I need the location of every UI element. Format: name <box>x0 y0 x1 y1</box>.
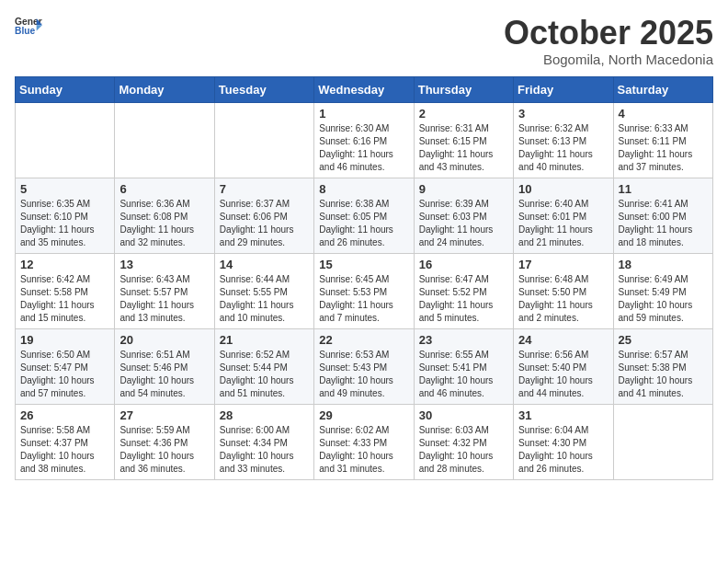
day-number: 19 <box>20 333 109 347</box>
day-number: 17 <box>518 258 608 271</box>
day-number: 7 <box>220 182 309 196</box>
day-number: 26 <box>20 408 109 422</box>
day-number: 25 <box>619 333 708 347</box>
day-info: Sunrise: 6:41 AM Sunset: 6:00 PM Dayligh… <box>619 198 708 249</box>
day-number: 2 <box>419 107 508 121</box>
calendar-cell: 3Sunrise: 6:32 AM Sunset: 6:13 PM Daylig… <box>514 102 613 178</box>
weekday-header-monday: Monday <box>115 76 214 102</box>
day-info: Sunrise: 6:49 AM Sunset: 5:49 PM Dayligh… <box>619 273 708 325</box>
calendar-cell: 13Sunrise: 6:43 AM Sunset: 5:57 PM Dayli… <box>115 253 214 328</box>
day-info: Sunrise: 6:55 AM Sunset: 5:41 PM Dayligh… <box>419 349 508 400</box>
day-info: Sunrise: 6:00 AM Sunset: 4:34 PM Dayligh… <box>220 424 309 476</box>
day-number: 12 <box>20 258 109 271</box>
day-info: Sunrise: 6:56 AM Sunset: 5:40 PM Dayligh… <box>518 349 608 400</box>
svg-text:Blue: Blue <box>15 26 36 36</box>
day-number: 5 <box>20 182 109 196</box>
day-number: 14 <box>220 258 309 271</box>
day-number: 16 <box>419 258 508 271</box>
day-info: Sunrise: 6:50 AM Sunset: 5:47 PM Dayligh… <box>20 349 109 400</box>
day-info: Sunrise: 6:04 AM Sunset: 4:30 PM Dayligh… <box>518 424 608 476</box>
calendar-week-4: 19Sunrise: 6:50 AM Sunset: 5:47 PM Dayli… <box>16 328 713 404</box>
title-area: October 2025 Bogomila, North Macedonia <box>504 15 713 67</box>
calendar-table: SundayMondayTuesdayWednesdayThursdayFrid… <box>15 76 713 480</box>
day-number: 15 <box>319 258 408 271</box>
calendar-cell: 23Sunrise: 6:55 AM Sunset: 5:41 PM Dayli… <box>414 328 513 404</box>
calendar-cell: 18Sunrise: 6:49 AM Sunset: 5:49 PM Dayli… <box>613 253 712 328</box>
day-number: 28 <box>220 408 309 422</box>
calendar-cell <box>16 102 115 178</box>
day-info: Sunrise: 6:37 AM Sunset: 6:06 PM Dayligh… <box>220 198 309 249</box>
calendar-cell: 17Sunrise: 6:48 AM Sunset: 5:50 PM Dayli… <box>514 253 613 328</box>
calendar-cell: 8Sunrise: 6:38 AM Sunset: 6:05 PM Daylig… <box>314 178 414 253</box>
calendar-cell: 21Sunrise: 6:52 AM Sunset: 5:44 PM Dayli… <box>214 328 313 404</box>
day-number: 22 <box>319 333 408 347</box>
calendar-cell: 27Sunrise: 5:59 AM Sunset: 4:36 PM Dayli… <box>115 404 214 479</box>
month-title: October 2025 <box>504 15 713 52</box>
day-number: 11 <box>619 182 708 196</box>
day-number: 3 <box>518 107 608 121</box>
weekday-header-thursday: Thursday <box>414 76 513 102</box>
calendar-week-1: 1Sunrise: 6:30 AM Sunset: 6:16 PM Daylig… <box>16 102 713 178</box>
calendar-cell: 9Sunrise: 6:39 AM Sunset: 6:03 PM Daylig… <box>414 178 513 253</box>
day-info: Sunrise: 6:38 AM Sunset: 6:05 PM Dayligh… <box>319 198 408 249</box>
day-info: Sunrise: 5:59 AM Sunset: 4:36 PM Dayligh… <box>119 424 209 476</box>
day-info: Sunrise: 6:03 AM Sunset: 4:32 PM Dayligh… <box>419 424 508 476</box>
logo: General Blue <box>15 15 42 37</box>
weekday-header-row: SundayMondayTuesdayWednesdayThursdayFrid… <box>16 76 713 102</box>
calendar-cell: 14Sunrise: 6:44 AM Sunset: 5:55 PM Dayli… <box>214 253 313 328</box>
day-info: Sunrise: 6:53 AM Sunset: 5:43 PM Dayligh… <box>319 349 408 400</box>
calendar-cell: 26Sunrise: 5:58 AM Sunset: 4:37 PM Dayli… <box>16 404 115 479</box>
day-number: 23 <box>419 333 508 347</box>
calendar-cell: 10Sunrise: 6:40 AM Sunset: 6:01 PM Dayli… <box>514 178 613 253</box>
day-number: 13 <box>119 258 209 271</box>
day-info: Sunrise: 6:48 AM Sunset: 5:50 PM Dayligh… <box>518 273 608 325</box>
calendar-cell: 24Sunrise: 6:56 AM Sunset: 5:40 PM Dayli… <box>514 328 613 404</box>
calendar-cell: 29Sunrise: 6:02 AM Sunset: 4:33 PM Dayli… <box>314 404 414 479</box>
calendar-cell: 12Sunrise: 6:42 AM Sunset: 5:58 PM Dayli… <box>16 253 115 328</box>
day-number: 29 <box>319 408 408 422</box>
calendar-cell: 2Sunrise: 6:31 AM Sunset: 6:15 PM Daylig… <box>414 102 513 178</box>
calendar-cell: 25Sunrise: 6:57 AM Sunset: 5:38 PM Dayli… <box>613 328 712 404</box>
day-number: 9 <box>419 182 508 196</box>
weekday-header-wednesday: Wednesday <box>314 76 414 102</box>
calendar-cell <box>214 102 313 178</box>
calendar-cell: 15Sunrise: 6:45 AM Sunset: 5:53 PM Dayli… <box>314 253 414 328</box>
calendar-week-5: 26Sunrise: 5:58 AM Sunset: 4:37 PM Dayli… <box>16 404 713 479</box>
day-number: 24 <box>518 333 608 347</box>
calendar-cell: 7Sunrise: 6:37 AM Sunset: 6:06 PM Daylig… <box>214 178 313 253</box>
day-info: Sunrise: 6:35 AM Sunset: 6:10 PM Dayligh… <box>20 198 109 249</box>
calendar-cell: 6Sunrise: 6:36 AM Sunset: 6:08 PM Daylig… <box>115 178 214 253</box>
weekday-header-sunday: Sunday <box>16 76 115 102</box>
day-number: 6 <box>119 182 209 196</box>
day-info: Sunrise: 6:32 AM Sunset: 6:13 PM Dayligh… <box>518 122 608 174</box>
day-info: Sunrise: 6:47 AM Sunset: 5:52 PM Dayligh… <box>419 273 508 325</box>
weekday-header-tuesday: Tuesday <box>214 76 313 102</box>
day-info: Sunrise: 6:31 AM Sunset: 6:15 PM Dayligh… <box>419 122 508 174</box>
calendar-cell <box>115 102 214 178</box>
calendar-week-2: 5Sunrise: 6:35 AM Sunset: 6:10 PM Daylig… <box>16 178 713 253</box>
day-info: Sunrise: 6:45 AM Sunset: 5:53 PM Dayligh… <box>319 273 408 325</box>
logo-svg: General Blue <box>15 15 42 37</box>
day-number: 27 <box>119 408 209 422</box>
day-info: Sunrise: 6:52 AM Sunset: 5:44 PM Dayligh… <box>220 349 309 400</box>
day-info: Sunrise: 6:44 AM Sunset: 5:55 PM Dayligh… <box>220 273 309 325</box>
calendar-cell: 31Sunrise: 6:04 AM Sunset: 4:30 PM Dayli… <box>514 404 613 479</box>
day-number: 10 <box>518 182 608 196</box>
svg-marker-3 <box>37 25 42 30</box>
day-number: 18 <box>619 258 708 271</box>
calendar-cell: 5Sunrise: 6:35 AM Sunset: 6:10 PM Daylig… <box>16 178 115 253</box>
day-info: Sunrise: 6:02 AM Sunset: 4:33 PM Dayligh… <box>319 424 408 476</box>
day-info: Sunrise: 5:58 AM Sunset: 4:37 PM Dayligh… <box>20 424 109 476</box>
calendar-cell: 30Sunrise: 6:03 AM Sunset: 4:32 PM Dayli… <box>414 404 513 479</box>
day-info: Sunrise: 6:51 AM Sunset: 5:46 PM Dayligh… <box>119 349 209 400</box>
day-info: Sunrise: 6:39 AM Sunset: 6:03 PM Dayligh… <box>419 198 508 249</box>
calendar-cell: 28Sunrise: 6:00 AM Sunset: 4:34 PM Dayli… <box>214 404 313 479</box>
day-number: 1 <box>319 107 408 121</box>
calendar-week-3: 12Sunrise: 6:42 AM Sunset: 5:58 PM Dayli… <box>16 253 713 328</box>
day-number: 21 <box>220 333 309 347</box>
calendar-cell: 16Sunrise: 6:47 AM Sunset: 5:52 PM Dayli… <box>414 253 513 328</box>
day-info: Sunrise: 6:36 AM Sunset: 6:08 PM Dayligh… <box>119 198 209 249</box>
day-info: Sunrise: 6:43 AM Sunset: 5:57 PM Dayligh… <box>119 273 209 325</box>
weekday-header-saturday: Saturday <box>613 76 712 102</box>
calendar-cell: 22Sunrise: 6:53 AM Sunset: 5:43 PM Dayli… <box>314 328 414 404</box>
